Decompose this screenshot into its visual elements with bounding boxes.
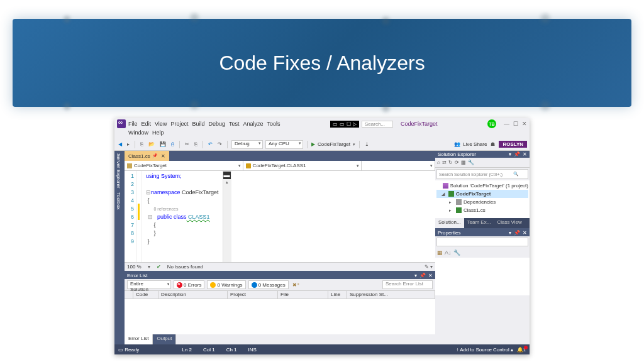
global-search-input[interactable]: Search... [362,121,393,128]
status-line: Ln 2 [182,347,192,353]
se-sync-button[interactable]: ⟳ [455,160,459,165]
menu-help[interactable]: Help [152,129,164,137]
open-button[interactable]: 📂 [147,141,156,147]
account-pill[interactable]: ROSLYN [499,141,527,148]
tree-file-node[interactable]: ▸Class1.cs [436,206,528,214]
undo-button[interactable]: ↶ [207,141,214,147]
tab-solution-explorer[interactable]: Solution... [435,218,464,228]
menu-tools[interactable]: Tools [267,121,280,127]
tree-project-node[interactable]: ◢CodeFixTarget [436,190,528,198]
menu-project[interactable]: Project [170,121,188,127]
editor-options-button[interactable]: ✎ ▾ [425,264,433,270]
se-menu-button[interactable]: ▾ [509,151,511,157]
status-ch: Ch 1 [226,347,237,353]
server-explorer-tab[interactable]: Server Explorer [116,153,123,189]
se-collapse-button[interactable]: ⇄ [442,160,447,165]
col-line[interactable]: Line [328,291,347,299]
solution-explorer-titlebar: Solution Explorer ▾📌✕ [435,151,530,158]
prop-close-button[interactable]: ✕ [523,230,527,236]
step-button[interactable]: ⤓ [364,141,370,147]
vertical-scrollbar[interactable]: ▬ ▴ [223,171,231,262]
col-suppression[interactable]: Suppression St... [347,291,435,299]
run-target-combo[interactable]: CodeFixTarget [318,141,350,147]
menu-build[interactable]: Build [192,121,204,127]
prop-pin-button[interactable]: 📌 [514,230,520,236]
errors-filter[interactable]: 0 Errors [174,280,204,289]
menu-view[interactable]: View [155,121,167,127]
close-button[interactable]: ✕ [522,121,527,127]
tab-team-explorer[interactable]: Team Ex... [464,218,494,228]
tree-solution-node[interactable]: Solution 'CodeFixTarget' (1 project) [436,182,528,190]
menu-test[interactable]: Test [229,121,240,127]
menu-file[interactable]: File [128,121,138,127]
panel-close-button[interactable]: ✕ [428,273,433,278]
nav-scope-combo[interactable]: CodeFixTarget [125,161,243,170]
tab-error-list[interactable]: Error List [125,334,153,344]
nav-member-combo[interactable] [362,161,435,170]
live-share-icon: 👥 [454,141,460,147]
copy-button[interactable]: ⎘ [193,141,199,147]
solution-tree: Solution 'CodeFixTarget' (1 project) ◢Co… [435,180,530,218]
maximize-button[interactable]: ☐ [513,121,518,127]
messages-filter[interactable]: 0 Messages [248,280,289,289]
toolbox-tab[interactable]: Toolbox [116,192,123,210]
zoom-combo[interactable]: 100 % [127,264,142,270]
prop-menu-button[interactable]: ▾ [509,230,511,236]
warnings-filter[interactable]: 0 Warnings [207,280,245,289]
menu-window[interactable]: Window [128,129,148,137]
solution-search-input[interactable]: Search Solution Explorer (Ctrl+;) [436,169,528,179]
tree-dependencies-node[interactable]: ▸Dependencies [436,198,528,206]
error-search-input[interactable]: Search Error List [382,280,433,289]
close-tab-icon[interactable]: ✕ [161,153,165,159]
redo-button[interactable]: ↷ [216,141,223,147]
presentation-toolbar[interactable]: ▭▭☐▷ [330,121,359,128]
config-combo[interactable]: Debug [231,140,263,149]
se-refresh-button[interactable]: ↻ [448,160,453,165]
se-home-button[interactable]: ⌂ [437,160,440,165]
platform-combo[interactable]: Any CPU [265,140,303,149]
categorized-button[interactable]: ▦ [437,250,443,256]
user-avatar[interactable]: TB [487,119,496,128]
main-menu: File Edit View Project Build Debug Test … [128,119,280,128]
properties-titlebar: Properties ▾📌✕ [435,229,530,236]
feedback-button[interactable]: ☗ [489,141,496,147]
save-button[interactable]: 💾 [158,141,167,147]
alphabetical-button[interactable]: A↓ [445,250,452,256]
notifications-button[interactable]: 🔔1 [517,347,526,353]
cut-button[interactable]: ✂ [184,141,191,147]
panel-pin-button[interactable]: 📌 [419,273,426,278]
csharp-file-icon [456,207,462,213]
split-button[interactable]: ▬ [223,172,231,179]
col-project[interactable]: Project [228,291,278,299]
col-file[interactable]: File [278,291,328,299]
source-control-button[interactable]: ↑ Add to Source Control ▴ [456,347,513,353]
minimize-button[interactable]: — [504,121,509,127]
build-intellisense-filter[interactable]: ✖⁺ [291,282,301,288]
file-tab-class1[interactable]: Class1.cs 📌 ✕ [125,151,169,161]
left-tool-strip: Server Explorer Toolbox [114,151,125,344]
menu-debug[interactable]: Debug [208,121,225,127]
menu-edit[interactable]: Edit [142,121,152,127]
property-pages-button[interactable]: 🔧 [453,250,460,256]
new-project-button[interactable]: ⎘ [139,141,145,147]
tab-class-view[interactable]: Class View [494,218,525,228]
se-properties-button[interactable]: 🔧 [468,160,474,165]
panel-menu-button[interactable]: ▾ [414,273,417,278]
menu-analyze[interactable]: Analyze [243,121,263,127]
se-show-all-button[interactable]: ▦ [461,160,466,165]
code-editor[interactable]: 123456789 using System; ⊟namespace CodeF… [125,171,435,262]
properties-panel: ▦ A↓ 🔧 [435,236,530,344]
se-close-button[interactable]: ✕ [523,151,527,157]
tab-output[interactable]: Output [153,334,176,344]
nav-type-combo[interactable]: CodeFixTarget.CLASS1 [243,161,362,170]
save-all-button[interactable]: ⎙ [170,141,175,147]
forward-button[interactable]: ▸ [126,141,131,147]
error-scope-combo[interactable]: Entire Solution [127,280,171,289]
se-pin-button[interactable]: 📌 [514,151,520,157]
dependencies-icon [456,199,462,205]
back-button[interactable]: ◀ [117,141,123,147]
pin-icon[interactable]: 📌 [152,153,158,158]
live-share-button[interactable]: Live Share [463,141,487,147]
code-content[interactable]: using System; ⊟namespace CodeFixTarget {… [142,171,223,262]
col-description[interactable]: Description [158,291,228,299]
